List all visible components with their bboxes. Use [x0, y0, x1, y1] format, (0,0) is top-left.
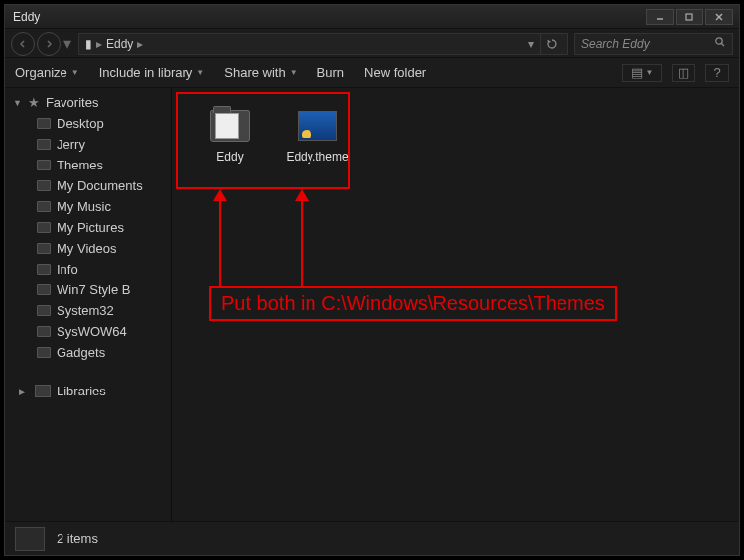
sidebar-item-gadgets[interactable]: Gadgets: [5, 342, 171, 363]
newfolder-label: New folder: [364, 65, 426, 80]
file-pane[interactable]: Eddy Eddy.theme Put both in C:\Windows\R…: [172, 88, 739, 521]
sidebar-item-label: SysWOW64: [57, 324, 127, 339]
sidebar-item-label: Gadgets: [57, 345, 105, 360]
maximize-button[interactable]: [676, 9, 703, 25]
close-button[interactable]: [705, 9, 733, 25]
sidebar-item-myvideos[interactable]: My Videos: [5, 238, 171, 259]
folder-icon: [37, 139, 51, 150]
burn-button[interactable]: Burn: [317, 65, 344, 80]
folder-icon: [37, 305, 51, 316]
favorites-label: Favorites: [46, 95, 98, 110]
status-count: 2 items: [57, 531, 98, 546]
sidebar-item-win7styleb[interactable]: Win7 Style B: [5, 280, 171, 300]
address-dropdown-icon[interactable]: ▾: [528, 37, 534, 51]
help-icon: ?: [713, 65, 720, 80]
chevron-down-icon: ▼: [290, 68, 298, 77]
search-input[interactable]: Search Eddy: [574, 33, 733, 55]
chevron-down-icon: ▼: [646, 68, 654, 77]
view-options-button[interactable]: ▤▼: [622, 64, 662, 82]
chevron-down-icon: ▼: [71, 68, 79, 77]
folder-icon: [37, 222, 51, 233]
explorer-window: Eddy ▾ ▮ ▸ Eddy ▸ ▾ Search Eddy O: [4, 4, 740, 556]
folder-icon: [37, 284, 51, 295]
sidebar-item-mymusic[interactable]: My Music: [5, 196, 171, 217]
expand-icon: ▶: [19, 387, 29, 396]
folder-icon: [37, 326, 51, 337]
folder-icon: [37, 160, 51, 170]
sidebar-item-label: Jerry: [57, 137, 85, 152]
annotation-arrow: [301, 191, 303, 286]
folder-icon: [37, 243, 51, 254]
folder-icon: [37, 347, 51, 358]
sidebar-item-label: Desktop: [57, 116, 104, 131]
preview-pane-icon: ◫: [678, 65, 689, 80]
sidebar-item-label: My Videos: [57, 241, 116, 256]
search-icon: [714, 36, 726, 51]
sidebar-item-syswow64[interactable]: SysWOW64: [5, 321, 171, 342]
favorites-header[interactable]: ▼ ★ Favorites: [5, 92, 171, 113]
folder-icon: [37, 180, 51, 191]
window-controls: [646, 9, 733, 25]
navigation-pane[interactable]: ▼ ★ Favorites Desktop Jerry Themes My Do…: [5, 88, 172, 521]
search-placeholder: Search Eddy: [581, 37, 650, 51]
status-bar: 2 items: [5, 521, 739, 555]
sidebar-item-jerry[interactable]: Jerry: [5, 134, 171, 155]
sidebar-item-label: Themes: [57, 158, 103, 172]
sidebar-item-label: Win7 Style B: [57, 282, 130, 297]
include-library-menu[interactable]: Include in library▼: [99, 65, 205, 80]
sidebar-item-desktop[interactable]: Desktop: [5, 113, 171, 134]
libraries-header[interactable]: ▶ Libraries: [5, 381, 171, 401]
sidebar-item-label: System32: [57, 303, 114, 318]
breadcrumb-folder[interactable]: Eddy: [106, 37, 133, 51]
libraries-icon: [35, 385, 51, 397]
folder-icon: ▮: [85, 37, 92, 51]
sidebar-item-info[interactable]: Info: [5, 259, 171, 280]
share-label: Share with: [224, 65, 285, 80]
refresh-button[interactable]: [540, 33, 561, 55]
svg-point-4: [716, 38, 722, 44]
annotation-arrow: [219, 191, 221, 286]
burn-label: Burn: [317, 65, 344, 80]
sidebar-item-label: My Pictures: [57, 220, 124, 235]
breadcrumb-separator-icon: ▸: [96, 37, 102, 51]
sidebar-item-label: Info: [57, 262, 78, 277]
navigation-bar: ▾ ▮ ▸ Eddy ▸ ▾ Search Eddy: [5, 29, 739, 58]
minimize-button[interactable]: [646, 9, 674, 25]
command-bar: Organize▼ Include in library▼ Share with…: [5, 58, 739, 88]
sidebar-item-label: My Music: [57, 199, 111, 214]
star-icon: ★: [28, 95, 40, 110]
svg-line-5: [722, 44, 725, 47]
chevron-down-icon: ▼: [196, 68, 204, 77]
explorer-body: ▼ ★ Favorites Desktop Jerry Themes My Do…: [5, 88, 739, 521]
include-label: Include in library: [99, 65, 193, 80]
back-button[interactable]: [11, 32, 35, 56]
history-dropdown[interactable]: ▾: [62, 34, 72, 53]
folder-icon: [37, 118, 51, 129]
sidebar-item-system32[interactable]: System32: [5, 300, 171, 321]
share-menu[interactable]: Share with▼: [224, 65, 297, 80]
window-title: Eddy: [11, 10, 646, 24]
annotation-text: Put both in C:\Windows\Resources\Themes: [221, 292, 605, 314]
sidebar-item-mypictures[interactable]: My Pictures: [5, 217, 171, 238]
annotation-text-box: Put both in C:\Windows\Resources\Themes: [209, 286, 617, 321]
svg-rect-1: [686, 14, 692, 20]
new-folder-button[interactable]: New folder: [364, 65, 426, 80]
forward-button[interactable]: [37, 32, 61, 56]
view-icon: ▤: [631, 65, 643, 80]
sidebar-item-mydocuments[interactable]: My Documents: [5, 175, 171, 196]
preview-pane-button[interactable]: ◫: [672, 64, 695, 82]
annotation-selection-box: [176, 92, 350, 189]
sidebar-item-label: My Documents: [57, 178, 143, 193]
organize-label: Organize: [15, 65, 67, 80]
breadcrumb-separator-icon: ▸: [137, 37, 143, 51]
address-bar[interactable]: ▮ ▸ Eddy ▸ ▾: [78, 33, 568, 55]
titlebar[interactable]: Eddy: [5, 5, 739, 29]
folder-icon: [37, 264, 51, 275]
organize-menu[interactable]: Organize▼: [15, 65, 79, 80]
sidebar-item-themes[interactable]: Themes: [5, 155, 171, 175]
status-folder-icon: [15, 527, 45, 551]
help-button[interactable]: ?: [705, 64, 729, 82]
folder-icon: [37, 201, 51, 212]
collapse-icon: ▼: [13, 98, 22, 108]
libraries-label: Libraries: [57, 384, 106, 398]
